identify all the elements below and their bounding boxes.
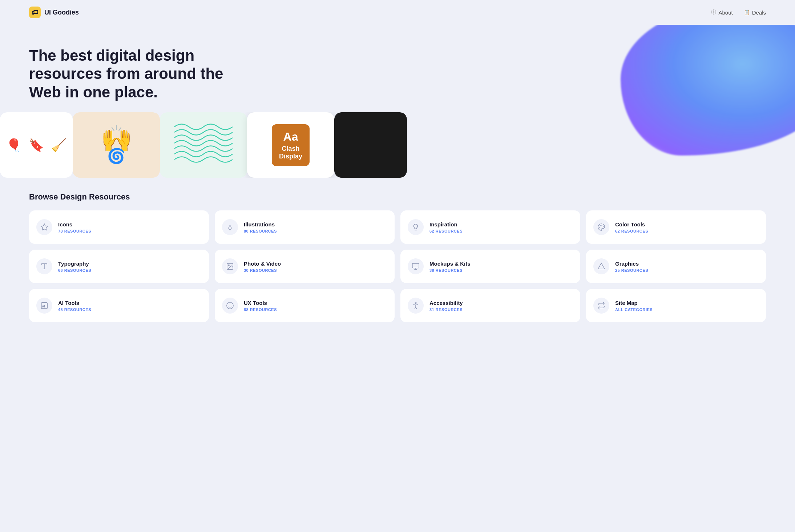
svg-point-2	[602, 225, 602, 226]
resource-card-accessibility[interactable]: Accessibility 31 RESOURCES	[400, 289, 580, 322]
resource-info-site-map: Site Map All categories	[615, 300, 653, 312]
hero-content: The best digital design resources from a…	[29, 32, 240, 101]
deals-link[interactable]: 📋 Deals	[744, 9, 766, 16]
font-badge-aa: Aa	[279, 130, 302, 144]
resource-info-mockups: Mockups & Kits 38 RESOURCES	[429, 261, 471, 273]
resource-info-illustrations: Illustrations 80 RESOURCES	[244, 221, 277, 233]
resource-card-ux-tools[interactable]: UX Tools 88 RESOURCES	[215, 289, 395, 322]
deals-icon: 📋	[744, 9, 750, 15]
resource-count-inspiration: 62 RESOURCES	[429, 229, 463, 233]
resource-name-mockups: Mockups & Kits	[429, 261, 471, 267]
resource-name-graphics: Graphics	[615, 261, 648, 267]
resource-card-ai-tools[interactable]: AI AI Tools 45 RESOURCES	[29, 289, 209, 322]
resource-name-site-map: Site Map	[615, 300, 653, 306]
svg-point-5	[600, 227, 600, 227]
carousel-wave-pattern	[171, 120, 236, 170]
resource-name-icons: Icons	[58, 221, 91, 227]
resource-info-ai-tools: AI Tools 45 RESOURCES	[58, 300, 91, 312]
resource-count-illustrations: 80 RESOURCES	[244, 229, 277, 233]
resource-info-color-tools: Color Tools 62 RESOURCES	[615, 221, 648, 233]
star-icon	[36, 219, 52, 235]
resource-card-icons[interactable]: Icons 78 RESOURCES	[29, 210, 209, 244]
monitor-icon	[408, 258, 424, 274]
resource-info-graphics: Graphics 25 RESOURCES	[615, 261, 648, 273]
ai-icon: AI	[36, 298, 52, 314]
svg-rect-10	[412, 263, 419, 268]
brush-icon	[222, 219, 238, 235]
carousel-card-pattern[interactable]	[160, 112, 247, 178]
carousel-card-illustration[interactable]: 🙌 🌀	[73, 112, 160, 178]
resource-name-ai-tools: AI Tools	[58, 300, 91, 306]
carousel-illustration: 🙌 🌀	[101, 126, 132, 165]
navigation: 🏷 UI Goodies ⓘ About 📋 Deals	[0, 0, 795, 25]
resource-name-typography: Typography	[58, 261, 91, 267]
carousel-icon-balloon: 🎈	[6, 138, 21, 152]
resource-card-illustrations[interactable]: Illustrations 80 RESOURCES	[215, 210, 395, 244]
resource-count-accessibility: 31 RESOURCES	[429, 307, 463, 312]
resource-name-illustrations: Illustrations	[244, 221, 277, 227]
resource-count-icons: 78 RESOURCES	[58, 229, 91, 233]
resource-card-typography[interactable]: Typography 66 RESOURCES	[29, 250, 209, 283]
carousel-font-badge: Aa ClashDisplay	[272, 124, 310, 166]
resource-count-photo-video: 30 RESOURCES	[244, 268, 281, 273]
resource-name-color-tools: Color Tools	[615, 221, 648, 227]
deals-label: Deals	[752, 9, 766, 16]
image-icon	[222, 258, 238, 274]
resource-count-mockups: 38 RESOURCES	[429, 268, 471, 273]
svg-point-9	[228, 265, 229, 266]
resource-info-accessibility: Accessibility 31 RESOURCES	[429, 300, 463, 312]
about-link[interactable]: ⓘ About	[711, 9, 733, 16]
resource-grid: Icons 78 RESOURCES Illustrations 80 RESO…	[29, 210, 766, 322]
about-label: About	[718, 9, 733, 16]
type-icon	[36, 258, 52, 274]
resource-name-inspiration: Inspiration	[429, 221, 463, 227]
svg-marker-0	[41, 224, 48, 230]
hero-title: The best digital design resources from a…	[29, 47, 240, 101]
resource-card-color-tools[interactable]: Color Tools 62 RESOURCES	[586, 210, 766, 244]
resource-card-site-map[interactable]: Site Map All categories	[586, 289, 766, 322]
resource-count-site-map: All categories	[615, 307, 653, 312]
svg-point-3	[603, 226, 604, 227]
carousel: 🎈 🔖 🧹 🙌 🌀 Aa	[0, 112, 795, 178]
triangle-icon	[593, 258, 609, 274]
resource-info-inspiration: Inspiration 62 RESOURCES	[429, 221, 463, 233]
hero-section: The best digital design resources from a…	[0, 25, 795, 178]
sitemap-icon	[593, 298, 609, 314]
palette-icon	[593, 219, 609, 235]
resource-info-photo-video: Photo & Video 30 RESOURCES	[244, 261, 281, 273]
resource-card-photo-video[interactable]: Photo & Video 30 RESOURCES	[215, 250, 395, 283]
resource-info-typography: Typography 66 RESOURCES	[58, 261, 91, 273]
browse-section: Browse Design Resources Icons 78 RESOURC…	[0, 178, 795, 337]
resource-card-inspiration[interactable]: Inspiration 62 RESOURCES	[400, 210, 580, 244]
svg-point-4	[600, 226, 600, 226]
ux-icon	[222, 298, 238, 314]
resource-name-photo-video: Photo & Video	[244, 261, 281, 267]
resource-count-graphics: 25 RESOURCES	[615, 268, 648, 273]
svg-text:AI: AI	[42, 305, 45, 308]
svg-point-16	[415, 302, 416, 304]
carousel-card-font[interactable]: Aa ClashDisplay	[247, 112, 334, 178]
accessibility-icon	[408, 298, 424, 314]
carousel-card-icons[interactable]: 🎈 🔖 🧹	[0, 112, 73, 178]
resource-name-accessibility: Accessibility	[429, 300, 463, 306]
logo[interactable]: 🏷 UI Goodies	[29, 7, 79, 18]
resource-info-icons: Icons 78 RESOURCES	[58, 221, 91, 233]
carousel-card-dark[interactable]	[334, 112, 407, 178]
resource-info-ux-tools: UX Tools 88 RESOURCES	[244, 300, 277, 312]
resource-card-mockups[interactable]: Mockups & Kits 38 RESOURCES	[400, 250, 580, 283]
nav-links: ⓘ About 📋 Deals	[711, 9, 766, 16]
resource-card-graphics[interactable]: Graphics 25 RESOURCES	[586, 250, 766, 283]
logo-text: UI Goodies	[44, 9, 79, 16]
resource-count-typography: 66 RESOURCES	[58, 268, 91, 273]
logo-icon: 🏷	[29, 7, 41, 18]
carousel-icon-brush: 🧹	[51, 138, 66, 152]
resource-count-color-tools: 62 RESOURCES	[615, 229, 648, 233]
svg-marker-13	[598, 263, 605, 269]
resource-count-ux-tools: 88 RESOURCES	[244, 307, 277, 312]
carousel-icon-bookmark: 🔖	[29, 138, 44, 152]
resource-count-ai-tools: 45 RESOURCES	[58, 307, 91, 312]
resource-name-ux-tools: UX Tools	[244, 300, 277, 306]
browse-title: Browse Design Resources	[29, 192, 766, 202]
about-icon: ⓘ	[711, 9, 716, 16]
font-badge-name: ClashDisplay	[279, 145, 302, 160]
